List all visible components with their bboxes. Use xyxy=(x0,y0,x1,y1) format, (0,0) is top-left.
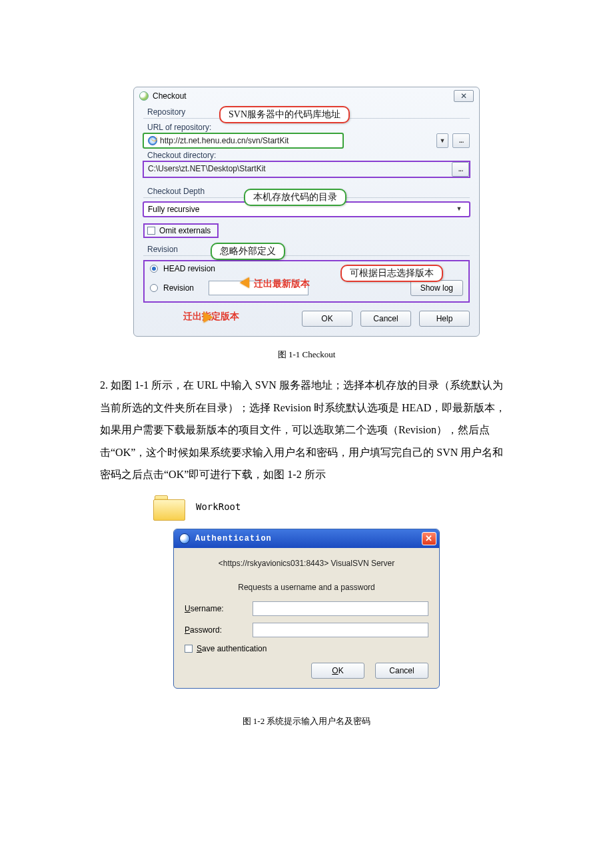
figure-1-caption: 图 1-1 Checkout xyxy=(100,349,513,361)
close-button[interactable]: ✕ xyxy=(422,532,436,545)
auth-titlebar: Authentication ✕ xyxy=(174,529,439,548)
ok-button[interactable]: OK xyxy=(311,663,364,679)
checkout-title: Checkout xyxy=(153,91,187,101)
ie-icon xyxy=(148,136,157,145)
revision-group-label: Revision xyxy=(147,245,470,254)
save-auth-checkbox[interactable] xyxy=(185,645,193,653)
omit-externals-label: Omit externals xyxy=(159,226,211,235)
checkout-titlebar: Checkout ✕ xyxy=(134,87,479,106)
folder-icon xyxy=(153,494,184,519)
close-button[interactable]: ✕ xyxy=(454,90,474,102)
omit-externals-checkbox[interactable]: Omit externals xyxy=(143,223,219,238)
checkout-depth-label: Checkout Depth xyxy=(147,187,470,196)
url-value: http://zt.net.henu.edu.cn/svn/StartKit xyxy=(160,136,289,145)
password-input[interactable] xyxy=(253,623,428,637)
head-revision-radio[interactable] xyxy=(150,265,158,273)
url-dropdown-button[interactable]: ▼ xyxy=(436,133,448,148)
figure-2-caption: 图 1-2 系统提示输入用户名及密码 xyxy=(100,715,513,727)
revision-group: HEAD revision Revision Show log xyxy=(143,260,470,303)
auth-title: Authentication xyxy=(195,534,272,543)
url-input[interactable]: http://zt.net.henu.edu.cn/svn/StartKit xyxy=(143,133,343,148)
checkout-depth-value: Fully recursive xyxy=(148,205,199,214)
username-input[interactable] xyxy=(253,601,428,616)
checkout-depth-select[interactable]: Fully recursive ▼ xyxy=(143,202,470,217)
revision-number-input[interactable] xyxy=(209,281,308,295)
cancel-button[interactable]: Cancel xyxy=(360,311,411,327)
specific-revision-radio[interactable] xyxy=(150,284,158,292)
authentication-dialog: Authentication ✕ <https://rskyavionics03… xyxy=(173,529,440,689)
head-revision-label: HEAD revision xyxy=(163,264,215,273)
url-label: URL of repository: xyxy=(147,123,470,132)
tortoise-svn-icon xyxy=(179,533,190,544)
tortoise-svn-icon xyxy=(139,91,149,101)
workroot-folder-row: WorkRoot xyxy=(153,494,513,519)
save-auth-label: Save authentication xyxy=(197,644,267,653)
cancel-button[interactable]: Cancel xyxy=(375,663,428,679)
specific-revision-label: Revision xyxy=(163,283,203,293)
checkout-dir-label: Checkout directory: xyxy=(147,151,470,160)
checkout-dir-input[interactable]: C:\Users\zt.NET\Desktop\StartKit xyxy=(144,162,317,177)
password-label: Password: xyxy=(185,625,245,635)
checkout-action-row: 迁出指定版本 OK Cancel Help xyxy=(134,303,479,327)
auth-server-line: <https://rskyavionics031:8443> VisualSVN… xyxy=(185,559,428,568)
checkbox-icon xyxy=(147,227,155,235)
ok-button[interactable]: OK xyxy=(302,311,352,327)
dir-browse-button[interactable]: ... xyxy=(452,162,469,177)
omit-externals-row: Omit externals xyxy=(143,223,470,238)
separator xyxy=(143,197,470,198)
show-log-button[interactable]: Show log xyxy=(410,280,463,296)
separator xyxy=(143,118,470,119)
url-browse-button[interactable]: ... xyxy=(452,133,470,148)
folder-label: WorkRoot xyxy=(196,501,241,512)
instruction-paragraph: 2. 如图 1-1 所示，在 URL 中输入 SVN 服务器地址；选择本机存放的… xyxy=(100,374,513,486)
username-label: Username: xyxy=(185,604,245,613)
depth-dropdown-icon: ▼ xyxy=(453,202,465,217)
checkout-dir-value: C:\Users\zt.NET\Desktop\StartKit xyxy=(148,164,266,173)
annotation-specific-revision: 迁出指定版本 xyxy=(143,311,294,327)
auth-prompt-line: Requests a username and a password xyxy=(185,583,428,592)
checkout-dialog: Checkout ✕ Repository URL of repository:… xyxy=(133,87,480,337)
repository-group-label: Repository xyxy=(147,107,470,117)
separator xyxy=(143,255,470,256)
help-button[interactable]: Help xyxy=(419,311,470,327)
